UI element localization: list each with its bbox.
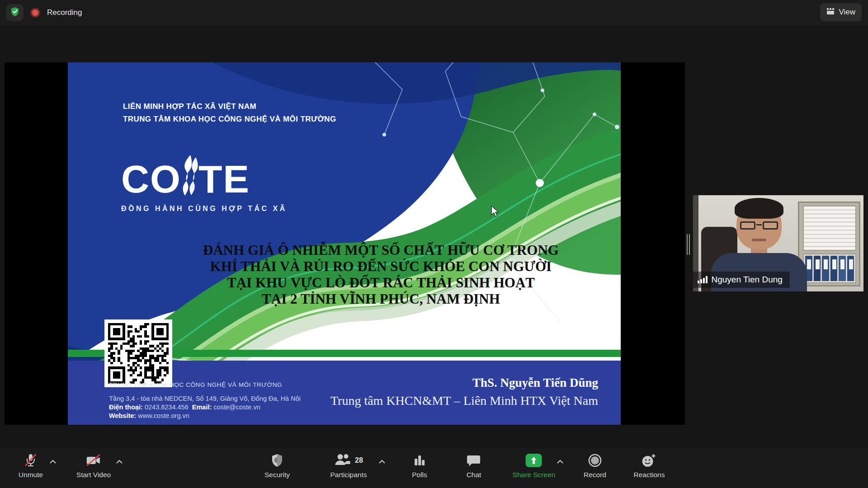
slide-author: ThS. Nguyễn Tiến Dũng Trung tâm KHCN&MT … [330, 376, 598, 408]
slide-org-header: LIÊN MINH HỢP TÁC XÃ VIỆT NAM TRUNG TÂM … [123, 100, 336, 126]
slide-footer-contact: TRUNG TÂM KHOA HỌC CÔNG NGHỆ VÀ MÔI TRƯỜ… [109, 381, 301, 420]
footer-email: coste@coste.vn [213, 404, 260, 411]
logo-text-co: CO [121, 160, 181, 198]
reactions-label: Reactions [634, 471, 665, 479]
security-shield-icon [271, 453, 283, 468]
view-button-label: View [839, 8, 855, 17]
slide-title: ĐÁNH GIÁ Ô NHIỄM MỘT SỐ CHẤT HỮU CƠ TRON… [160, 242, 601, 307]
footer-address: Tầng 3,4 - tòa nhà NEDCEN, Số 149, Giảng… [109, 394, 301, 403]
participant-name: Nguyen Tien Dung [712, 275, 783, 285]
recording-dot-icon[interactable] [30, 7, 41, 18]
shield-check-icon [9, 6, 20, 19]
footer-org: TRUNG TÂM KHOA HỌC CÔNG NGHỆ VÀ MÔI TRƯỜ… [109, 381, 301, 388]
start-video-button[interactable]: Start Video [76, 453, 111, 479]
title-line-3: TẠI KHU VỰC LÒ ĐỐT RÁC THẢI SINH HOẠT [160, 275, 601, 291]
footer-website-label: Website: [109, 412, 136, 419]
participants-count: 28 [355, 456, 363, 465]
title-line-1: ĐÁNH GIÁ Ô NHIỄM MỘT SỐ CHẤT HỮU CƠ TRON… [160, 242, 601, 258]
glasses [740, 221, 778, 230]
unmute-button[interactable]: Unmute [19, 453, 43, 479]
participant-video-tile[interactable]: Nguyen Tien Dung [693, 195, 863, 291]
participants-label: Participants [330, 471, 367, 479]
panel-resize-handle[interactable] [687, 234, 691, 255]
title-line-4: TẠI 2 TỈNH VĨNH PHÚC, NAM ĐỊNH [160, 291, 601, 307]
chat-icon [467, 453, 481, 468]
view-button[interactable]: View [820, 3, 862, 21]
record-button[interactable]: Record [584, 453, 606, 479]
coste-logo: CO TE ĐỒNG HÀNH CÙNG HỢP TÁC XÃ [121, 155, 287, 213]
meeting-toolbar: Unmute Start Video [0, 448, 868, 488]
polls-icon [413, 453, 426, 468]
office-cabinet [798, 202, 860, 286]
logo-text-te: TE [198, 160, 250, 198]
share-screen-label: Share Screen [513, 471, 556, 479]
share-options-chevron[interactable] [557, 457, 563, 465]
reactions-button[interactable]: Reactions [634, 453, 665, 479]
video-options-chevron[interactable] [116, 457, 123, 465]
footer-phone: 0243.8234.456 [145, 404, 189, 411]
share-screen-button[interactable]: Share Screen [513, 453, 556, 479]
signal-bars-icon [698, 276, 708, 283]
logo-tagline: ĐỒNG HÀNH CÙNG HỢP TÁC XÃ [121, 205, 287, 213]
chat-label: Chat [467, 471, 481, 479]
footer-phone-label: Điện thoại: [109, 404, 143, 411]
audio-options-chevron[interactable] [50, 457, 56, 465]
footer-website: www.coste.org.vn [138, 412, 189, 419]
security-button[interactable]: Security [264, 453, 290, 479]
view-grid-icon [826, 8, 835, 17]
reactions-icon [642, 453, 657, 468]
mic-muted-icon [24, 453, 38, 468]
share-screen-icon [526, 454, 542, 467]
title-line-2: KHÍ THẢI VÀ RỦI RO ĐẾN SỨC KHỎE CON NGƯỜ… [160, 258, 601, 275]
shared-screen-area: LIÊN MINH HỢP TÁC XÃ VIỆT NAM TRUNG TÂM … [5, 62, 685, 425]
record-icon [588, 453, 602, 468]
security-label: Security [264, 471, 290, 479]
unmute-label: Unmute [19, 471, 43, 479]
org-line-1: LIÊN MINH HỢP TÁC XÃ VIỆT NAM [123, 100, 336, 113]
flame-icon [179, 155, 200, 197]
participant-name-tag: Nguyen Tien Dung [693, 272, 790, 288]
footer-email-label: Email: [192, 404, 212, 411]
meeting-topbar: Recording View [0, 0, 868, 25]
participants-icon [334, 453, 350, 468]
encryption-badge[interactable] [6, 4, 24, 21]
org-line-2: TRUNG TÂM KHOA HỌC CÔNG NGHỆ VÀ MÔI TRƯỜ… [123, 113, 336, 126]
polls-label: Polls [412, 471, 427, 479]
polls-button[interactable]: Polls [412, 453, 427, 479]
author-affiliation: Trung tâm KHCN&MT – Liên Minh HTX Việt N… [330, 394, 598, 408]
participants-options-chevron[interactable] [379, 457, 385, 465]
record-label: Record [584, 471, 606, 479]
shared-screen-content: LIÊN MINH HỢP TÁC XÃ VIỆT NAM TRUNG TÂM … [68, 62, 621, 425]
chat-button[interactable]: Chat [467, 453, 481, 479]
qr-code [104, 319, 172, 387]
start-video-label: Start Video [76, 471, 111, 479]
zoom-meeting-window: Recording View [0, 0, 868, 488]
recording-label: Recording [47, 8, 82, 17]
author-name: ThS. Nguyễn Tiến Dũng [330, 376, 598, 389]
mouse-cursor [491, 206, 500, 219]
video-muted-icon [85, 453, 102, 468]
participants-button[interactable]: 28 Participants [330, 453, 367, 479]
